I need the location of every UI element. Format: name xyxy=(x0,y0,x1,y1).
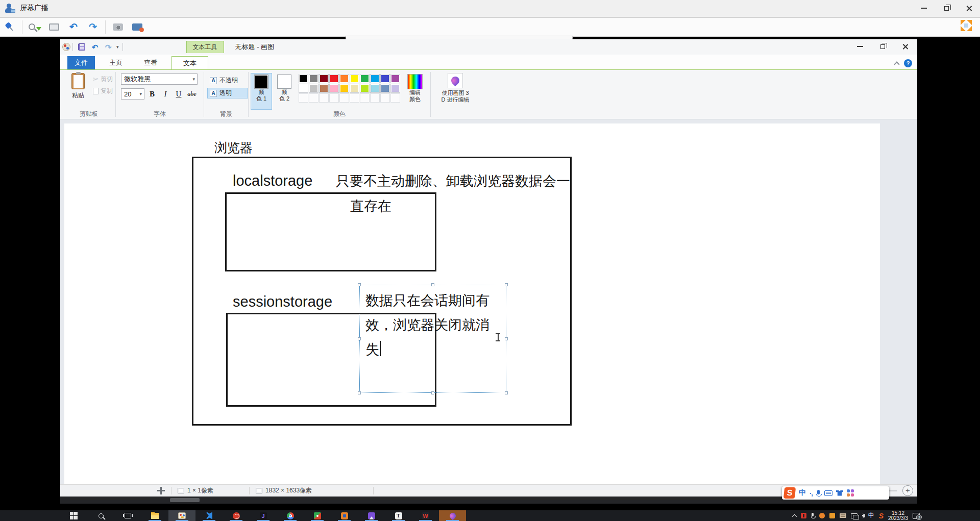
palette-swatch[interactable] xyxy=(309,93,318,103)
ime-microphone-icon[interactable] xyxy=(816,490,821,497)
cut-button[interactable]: ✂剪切 xyxy=(93,75,113,84)
taskbar-typora[interactable]: T xyxy=(385,510,412,521)
palette-swatch[interactable] xyxy=(299,74,308,83)
font-size-select[interactable]: 20▾ xyxy=(121,88,144,100)
sogou-logo-icon[interactable]: S xyxy=(783,487,796,499)
palette-swatch[interactable] xyxy=(370,74,380,83)
ime-mode-toggle[interactable]: 中 xyxy=(799,488,806,498)
copy-button[interactable]: 复制 xyxy=(93,87,113,95)
screen-share-button[interactable] xyxy=(129,19,146,35)
palette-swatch[interactable] xyxy=(380,84,390,93)
palette-swatch[interactable] xyxy=(370,84,380,93)
palette-swatch[interactable] xyxy=(339,93,349,103)
tray-orange-paw-icon[interactable] xyxy=(819,513,825,518)
tab-file[interactable]: 文件 xyxy=(67,56,95,69)
paste-button[interactable]: 粘贴 xyxy=(66,73,90,110)
edit-colors-button[interactable]: 编辑颜色 xyxy=(403,73,427,110)
taskbar-clock[interactable]: 15:12 2023/3/3 xyxy=(888,511,908,521)
undo-button[interactable]: ↶ xyxy=(65,19,82,35)
taskbar-orange-app[interactable] xyxy=(331,510,358,521)
palette-swatch[interactable] xyxy=(299,84,308,93)
taskbar-word[interactable]: W xyxy=(412,510,439,521)
tray-microphone-icon[interactable] xyxy=(811,513,815,518)
tray-red-app-icon[interactable] xyxy=(801,513,806,518)
palette-swatch[interactable] xyxy=(339,74,349,83)
tray-display-icon[interactable] xyxy=(851,513,857,518)
pin-button[interactable] xyxy=(1,19,18,35)
ime-toolbox-icon[interactable] xyxy=(847,489,854,497)
palette-swatch[interactable] xyxy=(390,74,400,83)
start-button[interactable] xyxy=(60,510,87,521)
taskbar-vscode[interactable] xyxy=(195,510,223,521)
broadcast-minimize-button[interactable] xyxy=(913,0,935,16)
palette-swatch[interactable] xyxy=(309,84,318,93)
taskbar-photo-app[interactable] xyxy=(358,510,385,521)
taskbar-paint3d[interactable] xyxy=(439,510,466,521)
ime-punctuation-icon[interactable]: ·, xyxy=(810,489,813,497)
taskbar-pinwheel-app[interactable] xyxy=(304,510,331,521)
magnifier-select-button[interactable] xyxy=(26,19,43,35)
palette-swatch[interactable] xyxy=(329,84,339,93)
tray-orange-box-icon[interactable] xyxy=(829,513,835,518)
palette-swatch[interactable] xyxy=(370,93,380,103)
palette-swatch[interactable] xyxy=(380,74,390,83)
paint-redo-button[interactable]: ↷ xyxy=(103,39,114,55)
tray-touch-keyboard-icon[interactable] xyxy=(840,513,846,518)
paint3d-button[interactable]: 使用画图 3 D 进行编辑 xyxy=(431,70,480,119)
expand-fullscreen-icon[interactable] xyxy=(961,20,972,31)
taskbar-chrome[interactable] xyxy=(277,510,304,521)
tab-text[interactable]: 文本 xyxy=(172,56,208,69)
ime-keyboard-icon[interactable] xyxy=(824,490,832,496)
palette-swatch[interactable] xyxy=(350,74,359,83)
palette-swatch[interactable] xyxy=(319,84,329,93)
palette-swatch[interactable] xyxy=(309,74,318,83)
paint-restore-button[interactable] xyxy=(871,39,894,54)
paint-undo-button[interactable]: ↶ xyxy=(89,39,101,55)
redo-button[interactable]: ↷ xyxy=(84,19,102,35)
snapshot-button[interactable] xyxy=(109,19,127,35)
save-button[interactable] xyxy=(76,39,87,55)
palette-swatch[interactable] xyxy=(339,84,349,93)
tab-home[interactable]: 主页 xyxy=(102,56,130,69)
tray-ime-mode[interactable]: 中 xyxy=(868,511,874,520)
broadcast-restore-button[interactable] xyxy=(935,0,958,16)
taskbar-search-button[interactable] xyxy=(87,510,114,521)
palette-swatch[interactable] xyxy=(360,84,370,93)
screen-select-button[interactable] xyxy=(45,19,63,35)
palette-swatch[interactable] xyxy=(319,74,329,83)
tray-sogou-icon[interactable]: S xyxy=(879,512,884,520)
collapse-ribbon-icon[interactable] xyxy=(894,61,899,67)
help-icon[interactable]: ? xyxy=(904,59,912,67)
palette-swatch[interactable] xyxy=(329,74,339,83)
ime-skin-icon[interactable] xyxy=(836,490,843,496)
tray-chevron-up-icon[interactable] xyxy=(792,514,797,519)
taskbar-mspaint[interactable] xyxy=(168,510,195,521)
broadcast-close-button[interactable] xyxy=(958,0,980,16)
zoom-in-button[interactable]: + xyxy=(902,485,913,496)
font-family-select[interactable]: 微软雅黑▾ xyxy=(121,73,198,85)
palette-swatch[interactable] xyxy=(299,93,308,103)
underline-button[interactable]: U xyxy=(173,88,184,100)
palette-swatch[interactable] xyxy=(390,84,400,93)
tab-view[interactable]: 查看 xyxy=(137,56,164,69)
palette-swatch[interactable] xyxy=(350,84,359,93)
taskbar-purple-app[interactable]: J xyxy=(250,510,277,521)
task-view-button[interactable] xyxy=(114,510,141,521)
palette-swatch[interactable] xyxy=(319,93,329,103)
palette-swatch[interactable] xyxy=(390,93,400,103)
notification-center-button[interactable]: 3 xyxy=(913,513,920,519)
paint-close-button[interactable] xyxy=(894,39,916,54)
palette-swatch[interactable] xyxy=(360,74,370,83)
palette-swatch[interactable] xyxy=(350,93,359,103)
taskbar-spiral-app[interactable] xyxy=(223,510,250,521)
color2-button[interactable]: 颜色 2 xyxy=(274,73,295,110)
paint-minimize-button[interactable] xyxy=(849,39,871,54)
color1-button[interactable]: 颜色 1 xyxy=(251,73,272,110)
quick-access-dropdown-icon[interactable]: ▾ xyxy=(116,44,119,49)
transparent-option[interactable]: A透明 xyxy=(207,88,248,98)
opaque-option[interactable]: A不透明 xyxy=(207,75,248,86)
taskbar-file-explorer[interactable] xyxy=(141,510,168,521)
bold-button[interactable]: B xyxy=(146,88,158,100)
italic-button[interactable]: I xyxy=(160,88,171,100)
palette-swatch[interactable] xyxy=(380,93,390,103)
